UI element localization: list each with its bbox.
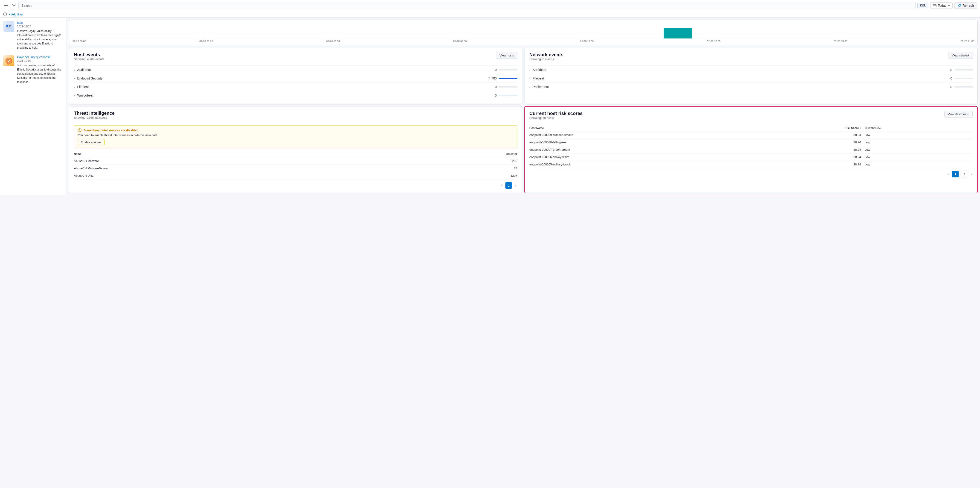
endpoint-chevron[interactable]: › — [74, 77, 75, 80]
x-label-6: 02-28 18:00 — [834, 40, 847, 43]
net-auditbeat-chevron[interactable]: › — [530, 68, 530, 72]
winlogbeat-bar — [499, 95, 517, 96]
host-events-header: Host events Showing: 4,700 events View h… — [74, 52, 517, 64]
risk-score-1: 38.24 — [770, 139, 861, 146]
search-input[interactable] — [18, 2, 916, 9]
net-packetbeat-name: Packetbeat — [533, 85, 938, 89]
risk-prev-page[interactable]: ‹ — [947, 172, 950, 176]
svg-rect-2 — [4, 7, 8, 7]
threat-next-page[interactable]: › — [514, 183, 517, 187]
risk-host-header: Host Name — [530, 125, 770, 131]
net-filebeat-bar — [955, 78, 973, 79]
security-link[interactable]: Have security questions? — [17, 55, 63, 59]
host-risk-scores-card: Current host risk scores Showing: 10 hos… — [524, 106, 978, 193]
chart-x-labels: 02-28 00:00 02-28 03:00 02-28 06:00 02-2… — [73, 40, 974, 43]
view-network-button[interactable]: View network — [948, 52, 973, 59]
auditbeat-name: Auditbeat — [77, 68, 483, 72]
add-filter-button[interactable]: + Add filter — [9, 13, 23, 16]
risk-page-2[interactable]: 2 — [961, 171, 967, 177]
net-filebeat-chevron[interactable]: › — [530, 77, 530, 80]
risk-scores-title: Current host risk scores — [530, 111, 582, 116]
risk-page-1[interactable]: 1 — [952, 171, 959, 177]
risk-next-page[interactable]: › — [970, 172, 973, 176]
x-label-2: 02-28 06:00 — [326, 40, 340, 43]
threat-prev-page[interactable]: ‹ — [500, 183, 503, 187]
nav-menu-icon[interactable] — [3, 2, 9, 9]
svg-point-15 — [80, 131, 80, 131]
risk-score-3: 38.24 — [770, 153, 861, 161]
security-thumbnail — [3, 55, 14, 66]
auditbeat-bar — [499, 69, 517, 70]
risk-row-0: endpoint-000009-crimson-smoke 38.24 Low — [530, 131, 973, 139]
net-auditbeat-row: › Auditbeat 0 — [530, 65, 973, 74]
calendar-icon — [933, 4, 937, 7]
risk-score-0: 38.24 — [770, 131, 861, 139]
view-dashboard-button[interactable]: View dashboard — [944, 111, 973, 118]
risk-host-1: endpoint-000008-falling-sea — [530, 139, 770, 146]
net-packetbeat-bar — [955, 86, 973, 88]
events-chart — [73, 22, 974, 39]
help-link[interactable]: help — [17, 21, 63, 24]
x-label-4: 02-28 12:00 — [580, 40, 593, 43]
threat-table: Name ↑ Indicator AbuseCH Malware 2280 A — [74, 151, 517, 180]
host-auditbeat-row: › Auditbeat 0 — [74, 65, 517, 74]
risk-level-3: Low — [861, 153, 973, 161]
risk-scores-title-group: Current host risk scores Showing: 10 hos… — [530, 111, 582, 123]
threat-intelligence-card: Threat Intelligence Showing: 3665 indica… — [69, 106, 522, 193]
risk-host-4: endpoint-000005-solitary-brook — [530, 161, 770, 168]
risk-score-header: Risk Score ↓ — [770, 125, 861, 131]
filebeat-chevron[interactable]: › — [74, 85, 75, 89]
network-events-header: Network events Showing: 0 events View ne… — [530, 52, 973, 64]
threat-warning-title-text: Some threat intel sources are disabled — [83, 129, 138, 132]
security-description: Join our growing community of Elastic Se… — [17, 63, 63, 84]
net-auditbeat-bar — [955, 69, 973, 70]
date-chevron-icon — [948, 5, 950, 6]
risk-level-1: Low — [861, 139, 973, 146]
risk-score-4: 38.24 — [770, 161, 861, 168]
threat-indicator-header: Indicator — [405, 151, 517, 157]
filebeat-bar — [499, 86, 517, 88]
host-winlogbeat-row: › Winlogbeat 0 — [74, 91, 517, 99]
chevron-down-icon[interactable] — [11, 2, 17, 9]
auditbeat-count: 0 — [485, 68, 497, 72]
risk-table: Host Name Risk Score ↓ Current Risk endp… — [530, 125, 973, 168]
svg-rect-7 — [9, 25, 11, 26]
enable-sources-button[interactable]: Enable sources — [78, 139, 105, 145]
view-hosts-button[interactable]: View hosts — [496, 52, 517, 59]
auditbeat-chevron[interactable]: › — [74, 68, 75, 72]
threat-warning-text: You need to enable threat intel sources … — [78, 133, 513, 137]
filebeat-name: Filebeat — [77, 85, 483, 89]
svg-rect-8 — [9, 26, 10, 27]
x-label-5: 02-28 15:00 — [707, 40, 721, 43]
filter-icon — [3, 13, 7, 16]
host-filebeat-row: › Filebeat 0 — [74, 83, 517, 91]
risk-row-1: endpoint-000008-falling-sea 38.24 Low — [530, 139, 973, 146]
risk-pagination: ‹ 1 2 › — [530, 171, 973, 177]
svg-rect-3 — [933, 5, 936, 7]
kql-badge[interactable]: KQL — [917, 3, 928, 8]
host-events-subtitle: Showing: 4,700 events — [74, 57, 104, 61]
date-selector[interactable]: Today — [930, 2, 953, 9]
security-date: 2021-10-03 — [17, 59, 63, 62]
svg-point-4 — [3, 13, 7, 16]
sidebar: help 2021-12-20 Elastic's Log4j2 vulnera… — [0, 18, 67, 195]
x-label-7: 02-28 21:00 — [961, 40, 974, 43]
content-area: 02-28 00:00 02-28 03:00 02-28 06:00 02-2… — [67, 18, 980, 195]
svg-rect-1 — [4, 5, 8, 6]
help-description: Elastic's Log4j2 vulnerability informati… — [17, 29, 63, 50]
threat-name-2: AbuseCH URL — [74, 172, 405, 180]
name-sort-icon[interactable]: ↑ — [82, 153, 83, 156]
winlogbeat-chevron[interactable]: › — [74, 94, 75, 97]
net-packetbeat-chevron[interactable]: › — [530, 85, 530, 89]
x-label-0: 02-28 00:00 — [73, 40, 86, 43]
help-content: help 2021-12-20 Elastic's Log4j2 vulnera… — [17, 21, 63, 50]
refresh-label: Refresh — [963, 4, 974, 7]
refresh-button[interactable]: Refresh — [955, 2, 977, 9]
threat-page-1[interactable]: 1 — [506, 182, 512, 189]
network-events-card: Network events Showing: 0 events View ne… — [525, 48, 978, 104]
endpoint-bar — [499, 78, 517, 79]
chart-area: 02-28 00:00 02-28 03:00 02-28 06:00 02-2… — [73, 22, 974, 43]
warning-icon — [78, 128, 81, 132]
top-bar: KQL Today Refresh — [0, 0, 980, 11]
threat-row-0: AbuseCH Malware 2280 — [74, 157, 517, 165]
